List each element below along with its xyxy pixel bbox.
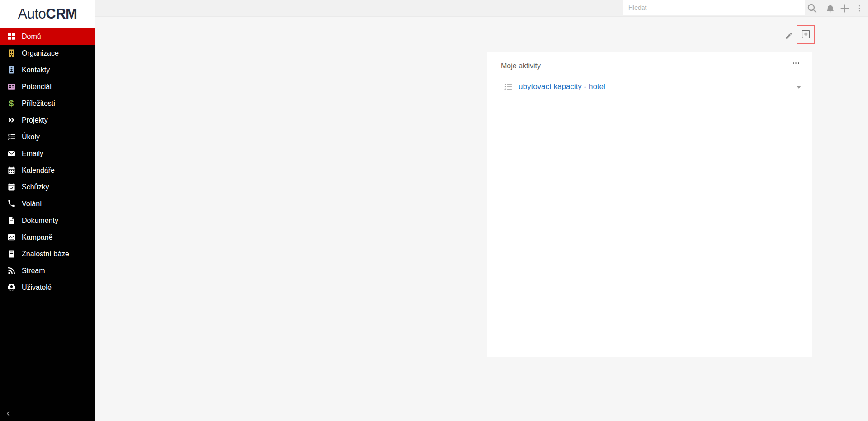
sidebar-item-potencial[interactable]: Potenciál: [0, 78, 95, 95]
list-check-icon: [504, 82, 513, 91]
app-logo-suffix: CRM: [46, 6, 77, 22]
add-dashlet-button[interactable]: [797, 25, 815, 44]
sidebar-item-label: Znalostní báze: [22, 250, 69, 258]
search-icon[interactable]: [805, 0, 819, 16]
sidebar-nav: DomůOrganizaceKontaktyPotenciál$Příležit…: [0, 28, 95, 296]
app-logo[interactable]: AutoCRM: [0, 0, 95, 28]
calendar-icon: [6, 166, 16, 175]
sidebar-item-label: Uživatelé: [22, 284, 52, 292]
dashlet-title: Moje aktivity: [501, 62, 541, 70]
address-card-icon: [6, 82, 16, 92]
chevron-left-icon: [5, 411, 12, 419]
sidebar-item-uzivatele[interactable]: Uživatelé: [0, 279, 95, 296]
sidebar-item-domu[interactable]: Domů: [0, 28, 95, 45]
list-check-icon: [6, 132, 16, 142]
dashlet-menu-button[interactable]: [792, 60, 800, 66]
caret-down-icon[interactable]: [797, 86, 801, 91]
user-circle-icon: [6, 283, 16, 293]
sidebar-item-ukoly[interactable]: Úkoly: [0, 128, 95, 145]
sidebar-item-volani[interactable]: Volání: [0, 195, 95, 212]
sidebar-item-label: Emaily: [22, 150, 43, 158]
sidebar-collapse-button[interactable]: [5, 410, 13, 419]
ellipsis-icon: [793, 62, 799, 64]
main-content: Moje aktivity ubytovací kapacity - hotel: [95, 17, 868, 421]
search-input[interactable]: [623, 0, 805, 15]
sidebar-item-label: Kontakty: [22, 66, 50, 74]
plus-icon[interactable]: [837, 0, 852, 16]
sidebar-item-stream[interactable]: Stream: [0, 262, 95, 279]
sidebar-item-kalendare[interactable]: Kalendáře: [0, 162, 95, 179]
sidebar-item-label: Projekty: [22, 116, 48, 124]
calendar-check-icon: [6, 182, 16, 192]
pencil-icon: [785, 33, 793, 41]
phone-icon: [6, 199, 16, 209]
book-icon: [6, 249, 16, 259]
sidebar-item-label: Schůzky: [22, 183, 49, 191]
double-chevron-right-icon: [6, 115, 16, 125]
sidebar-item-label: Stream: [22, 267, 45, 275]
file-icon: [6, 216, 16, 226]
app-logo-prefix: Auto: [18, 6, 46, 22]
envelope-icon: [6, 149, 16, 159]
sidebar-item-organizace[interactable]: Organizace: [0, 45, 95, 61]
sidebar-item-label: Kampaně: [22, 233, 53, 241]
plus-square-icon: [801, 29, 811, 41]
activity-link[interactable]: ubytovací kapacity - hotel: [519, 82, 797, 91]
topbar-icons: [805, 0, 866, 16]
sidebar-item-projekty[interactable]: Projekty: [0, 112, 95, 128]
my-activities-dashlet: Moje aktivity ubytovací kapacity - hotel: [487, 52, 812, 357]
grid-icon: [6, 32, 16, 42]
sidebar-item-label: Úkoly: [22, 133, 40, 141]
sidebar-item-label: Domů: [22, 33, 41, 41]
sidebar-item-dokumenty[interactable]: Dokumenty: [0, 212, 95, 229]
sidebar-item-schuzky[interactable]: Schůzky: [0, 179, 95, 195]
sidebar-item-label: Potenciál: [22, 83, 52, 91]
sidebar-item-label: Volání: [22, 200, 42, 208]
sidebar-item-kampane[interactable]: Kampaně: [0, 229, 95, 246]
sidebar-item-label: Organizace: [22, 49, 59, 57]
kebab-menu-icon[interactable]: [852, 0, 866, 16]
sidebar-item-label: Příležitosti: [22, 99, 55, 108]
edit-dashboard-button[interactable]: [785, 32, 794, 41]
id-badge-icon: [6, 65, 16, 75]
sidebar-item-label: Kalendáře: [22, 166, 55, 175]
sidebar-item-znalostni-baze[interactable]: Znalostní báze: [0, 246, 95, 262]
chart-icon: [6, 232, 16, 242]
building-icon: [6, 48, 16, 58]
sidebar-item-label: Dokumenty: [22, 217, 58, 225]
topbar: [95, 0, 868, 17]
dollar-icon: $: [6, 99, 16, 109]
activity-row: ubytovací kapacity - hotel: [501, 77, 801, 97]
sidebar-item-emaily[interactable]: Emaily: [0, 145, 95, 162]
bell-icon[interactable]: [823, 0, 837, 16]
sidebar-item-prilezitosti[interactable]: $Příležitosti: [0, 95, 95, 112]
rss-icon: [6, 266, 16, 276]
sidebar: AutoCRM DomůOrganizaceKontaktyPotenciál$…: [0, 0, 95, 421]
sidebar-item-kontakty[interactable]: Kontakty: [0, 61, 95, 78]
